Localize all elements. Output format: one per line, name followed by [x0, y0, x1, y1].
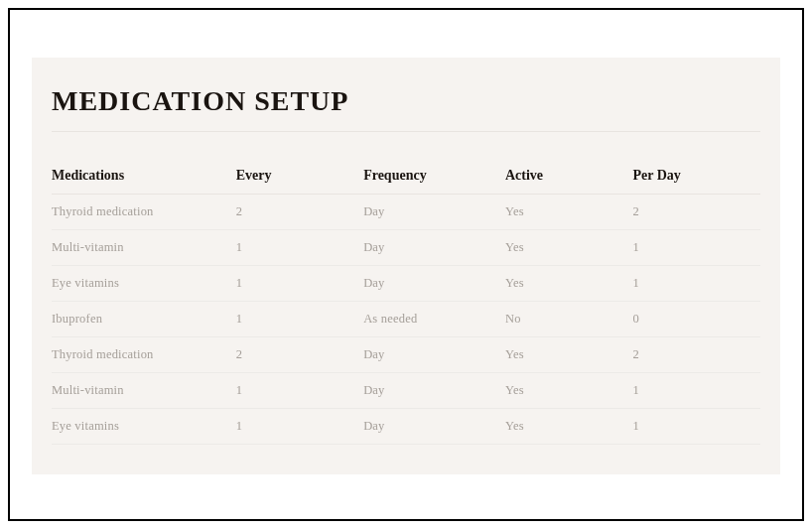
- cell-every: 1: [236, 373, 364, 409]
- col-header-perday: Per Day: [632, 158, 760, 195]
- table-row: Multi-vitamin 1 Day Yes 1: [52, 230, 760, 266]
- table-header-row: Medications Every Frequency Active Per D…: [52, 158, 760, 195]
- table-row: Thyroid medication 2 Day Yes 2: [52, 195, 760, 230]
- cell-medications: Eye vitamins: [52, 409, 236, 445]
- content-panel: MEDICATION SETUP Medications Every Frequ…: [32, 58, 780, 474]
- cell-every: 2: [236, 195, 364, 230]
- cell-medications: Eye vitamins: [52, 266, 236, 302]
- cell-every: 1: [236, 302, 364, 337]
- cell-perday: 1: [632, 230, 760, 266]
- cell-frequency: Day: [363, 195, 505, 230]
- cell-perday: 1: [632, 266, 760, 302]
- cell-frequency: Day: [363, 373, 505, 409]
- cell-medications: Thyroid medication: [52, 337, 236, 373]
- medication-table: Medications Every Frequency Active Per D…: [52, 158, 760, 445]
- cell-every: 1: [236, 409, 364, 445]
- cell-perday: 1: [632, 373, 760, 409]
- cell-medications: Multi-vitamin: [52, 373, 236, 409]
- cell-every: 1: [236, 266, 364, 302]
- cell-active: Yes: [505, 409, 633, 445]
- table-row: Thyroid medication 2 Day Yes 2: [52, 337, 760, 373]
- cell-perday: 2: [632, 195, 760, 230]
- cell-active: Yes: [505, 337, 633, 373]
- cell-active: Yes: [505, 373, 633, 409]
- cell-frequency: Day: [363, 266, 505, 302]
- cell-frequency: Day: [363, 230, 505, 266]
- cell-medications: Ibuprofen: [52, 302, 236, 337]
- table-row: Eye vitamins 1 Day Yes 1: [52, 409, 760, 445]
- cell-medications: Multi-vitamin: [52, 230, 236, 266]
- col-header-frequency: Frequency: [363, 158, 505, 195]
- cell-frequency: Day: [363, 337, 505, 373]
- cell-frequency: Day: [363, 409, 505, 445]
- cell-every: 1: [236, 230, 364, 266]
- document-frame: MEDICATION SETUP Medications Every Frequ…: [8, 8, 804, 521]
- cell-frequency: As needed: [363, 302, 505, 337]
- cell-perday: 0: [632, 302, 760, 337]
- col-header-active: Active: [505, 158, 633, 195]
- cell-active: No: [505, 302, 633, 337]
- col-header-every: Every: [236, 158, 364, 195]
- cell-active: Yes: [505, 230, 633, 266]
- cell-active: Yes: [505, 266, 633, 302]
- table-row: Eye vitamins 1 Day Yes 1: [52, 266, 760, 302]
- page-title: MEDICATION SETUP: [52, 85, 760, 132]
- cell-perday: 1: [632, 409, 760, 445]
- table-row: Multi-vitamin 1 Day Yes 1: [52, 373, 760, 409]
- cell-perday: 2: [632, 337, 760, 373]
- cell-medications: Thyroid medication: [52, 195, 236, 230]
- cell-active: Yes: [505, 195, 633, 230]
- table-row: Ibuprofen 1 As needed No 0: [52, 302, 760, 337]
- cell-every: 2: [236, 337, 364, 373]
- col-header-medications: Medications: [52, 158, 236, 195]
